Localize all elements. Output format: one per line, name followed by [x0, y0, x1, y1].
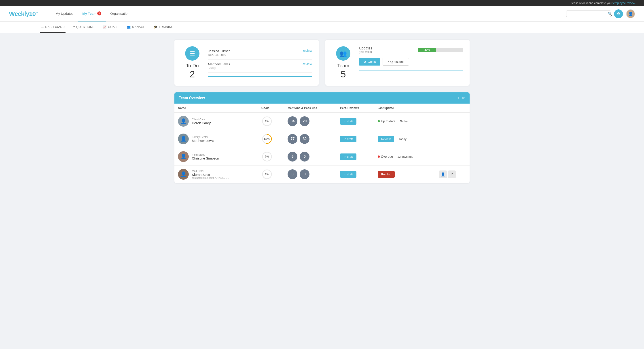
team-overview-header-icons: + ✏ [457, 96, 465, 101]
team-card-divider [359, 70, 463, 71]
remind-button[interactable]: Remind [378, 171, 395, 178]
header-right: 🔍 ⚙ 👤 [566, 10, 635, 18]
settings-button[interactable]: ⚙ [614, 10, 623, 18]
question-icon: ? [73, 25, 75, 29]
table-row: 👤 Field Sales Christine Simpson 0% 6 0 I… [174, 148, 470, 166]
main-content: ☰ To Do 2 Jessica Turner Dec. 23, 2019 R… [166, 33, 478, 190]
team-action-btns: ⚙ Goals ? Questions [359, 58, 463, 66]
col-perf-reviews: Perf. Reviews [336, 104, 374, 113]
in-draft-button[interactable]: In draft [340, 136, 356, 142]
team-overview-table: Name Goals Mentions & Pass-ups Perf. Rev… [174, 104, 470, 183]
in-draft-button[interactable]: In draft [340, 118, 356, 125]
team-icon: 👥 [336, 46, 350, 61]
perf-review-cell: In draft [336, 130, 374, 148]
person-info: Family Sector Matthew Lewis [192, 136, 214, 143]
perf-review-cell: In draft [336, 113, 374, 130]
goals-progress: 0% [262, 169, 272, 180]
my-team-badge: ! [97, 12, 101, 16]
subnav-dashboard[interactable]: ☰ DASHBOARD [40, 22, 66, 33]
tab-organisation[interactable]: Organisation [106, 6, 134, 22]
todo-item-1-action[interactable]: Review [302, 62, 312, 66]
tab-my-team[interactable]: My Team ! [78, 6, 106, 22]
perf-review-cell: In draft [336, 166, 374, 183]
search-input[interactable] [569, 12, 608, 16]
subnav-goals[interactable]: 📈 GOALS [102, 22, 120, 33]
last-update-text: Today [399, 137, 406, 141]
user-avatar[interactable]: 👤 [626, 10, 635, 18]
todo-card: ☰ To Do 2 Jessica Turner Dec. 23, 2019 R… [174, 40, 319, 86]
mentions-badge: 6 [288, 152, 298, 162]
tab-my-updates[interactable]: My Updates [51, 6, 78, 22]
goals-button[interactable]: ⚙ Goals [359, 58, 380, 66]
subnav-questions[interactable]: ? QUESTIONS [72, 22, 95, 33]
person-info: Field Sales Christine Simpson [192, 153, 219, 160]
mentions-cell: 0 0 [288, 169, 333, 179]
perf-review-cell: In draft [336, 148, 374, 166]
last-update-cell: Overdue 12 days ago [374, 148, 436, 166]
person-cell: 👤 Mail Order Kieran Scott contact+kieran… [178, 169, 254, 180]
last-update-cell: Remind [374, 166, 436, 183]
sub-nav: ☰ DASHBOARD ? QUESTIONS 📈 GOALS 👥 MANAGE… [0, 22, 644, 33]
row-action-icons: 👤 ? [439, 170, 466, 178]
graduation-icon: 🎓 [154, 25, 158, 29]
person-avatar: 👤 [178, 134, 189, 144]
person-avatar: 👤 [178, 116, 189, 127]
team-overview-header: Team Overview + ✏ [174, 92, 470, 104]
subnav-manage[interactable]: 👥 MANAGE [126, 22, 146, 33]
person-name: Derek Carey [192, 121, 211, 125]
updates-header: Updates (this week) 40% [359, 46, 463, 54]
goals-icon: ⚙ [363, 60, 366, 64]
mentions-cell: 6 0 [288, 152, 333, 162]
person-name: Matthew Lewis [192, 139, 214, 143]
last-update-text: Today [400, 120, 408, 123]
actions-cell [436, 113, 470, 130]
goals-cell: 0% [258, 166, 284, 183]
team-card-inner: 👥 Team 5 Updates (this week) 40% [332, 46, 463, 79]
top-banner: Please review and complete your employee… [0, 0, 644, 6]
passups-badge: 20 [300, 116, 310, 126]
col-actions [436, 104, 470, 113]
employee-review-link[interactable]: employee review [613, 1, 635, 5]
team-label: Team [337, 63, 349, 69]
goals-progress: 0% [262, 116, 272, 127]
help-action-button[interactable]: ? [448, 170, 456, 178]
actions-cell [436, 148, 470, 166]
person-cell: 👤 Field Sales Christine Simpson [178, 151, 254, 162]
review-button[interactable]: Review [378, 136, 394, 142]
subnav-training[interactable]: 🎓 TRAINING [153, 22, 175, 33]
search-button[interactable]: 🔍 [608, 12, 612, 16]
goals-progress: 52% [262, 133, 272, 145]
team-card-left: 👥 Team 5 [332, 46, 354, 79]
in-draft-button[interactable]: In draft [340, 153, 356, 160]
todo-card-right: Jessica Turner Dec. 23, 2019 Review Matt… [208, 46, 312, 79]
col-name: Name [174, 104, 258, 113]
updates-title: Updates [359, 46, 372, 50]
add-member-button[interactable]: + [457, 96, 460, 101]
todo-label: To Do [186, 63, 198, 69]
edit-button[interactable]: ✏ [462, 96, 465, 101]
person-name: Kieran Scott [192, 173, 229, 177]
team-card-right: Updates (this week) 40% ⚙ Goals [359, 46, 463, 79]
last-update-cell: Up to date Today [374, 113, 436, 130]
questions-button[interactable]: ? Questions [382, 58, 409, 66]
todo-item-0: Jessica Turner Dec. 23, 2019 Review [208, 46, 312, 60]
goals-cell: 0% [258, 113, 284, 130]
person-dept: Family Sector [192, 136, 214, 139]
header: Weekly10™ My Updates My Team ! Organisat… [0, 6, 644, 22]
person-email: contact+kieran.scott.724753571... [192, 177, 229, 179]
status-label: Up to date [381, 120, 396, 123]
person-avatar: 👤 [178, 151, 189, 162]
col-mentions: Mentions & Pass-ups [284, 104, 336, 113]
status-label: Overdue [381, 155, 393, 158]
person-action-button[interactable]: 👤 [439, 170, 447, 178]
main-nav: My Updates My Team ! Organisation [51, 6, 134, 22]
chart-icon: 📈 [103, 25, 107, 29]
todo-card-left: ☰ To Do 2 [181, 46, 204, 79]
todo-item-0-action[interactable]: Review [302, 49, 312, 53]
team-overview-table-wrap: Name Goals Mentions & Pass-ups Perf. Rev… [174, 104, 470, 183]
person-dept: Client Care [192, 118, 211, 121]
passups-badge: 32 [300, 134, 310, 144]
in-draft-button[interactable]: In draft [340, 171, 356, 178]
status-dot-red [378, 155, 380, 158]
person-name: Christine Simpson [192, 156, 219, 160]
